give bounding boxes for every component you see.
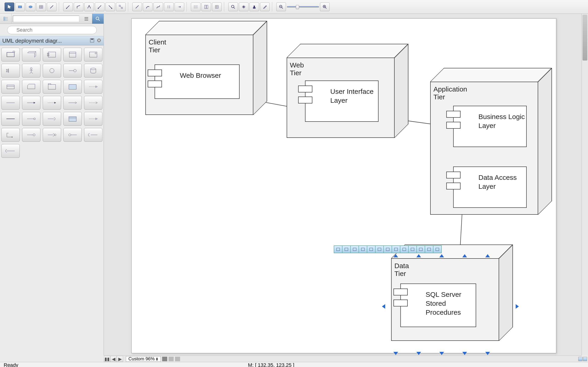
palette-shape-9[interactable] (84, 64, 103, 77)
palette-shape-25[interactable] (1, 128, 20, 142)
selection-handle[interactable] (516, 304, 519, 309)
connector-tool-1[interactable] (63, 2, 73, 11)
vertical-scrollbar[interactable] (582, 14, 588, 356)
palette-shape-8[interactable] (63, 64, 82, 77)
selection-handle[interactable] (393, 254, 398, 257)
connector-tool-4[interactable] (95, 2, 104, 11)
palette-shape-7[interactable] (43, 64, 61, 77)
zoom-slider[interactable] (287, 6, 319, 8)
palette-shape-18[interactable] (63, 96, 82, 110)
connector-tool-3[interactable] (84, 2, 94, 11)
line-style-2[interactable] (143, 2, 153, 11)
selection-handle[interactable] (416, 254, 421, 257)
search-input[interactable] (7, 26, 97, 34)
palette-shape-1[interactable] (22, 48, 40, 61)
component[interactable] (155, 65, 240, 99)
selection-tool-4[interactable] (367, 246, 375, 253)
palette-shape-16[interactable] (22, 96, 40, 110)
pointer-tool[interactable] (5, 2, 14, 11)
canvas-area[interactable]: Client TierWeb BrowserWeb TierUser Inter… (104, 14, 582, 356)
palette-shape-10[interactable] (1, 80, 20, 94)
palette-shape-22[interactable] (43, 112, 61, 126)
selection-tool-6[interactable] (384, 246, 392, 253)
list-view-icon[interactable] (81, 14, 92, 24)
selection-handle[interactable] (393, 352, 398, 355)
selection-tool-11[interactable] (425, 246, 433, 253)
search-view-icon[interactable] (92, 14, 104, 24)
palette-shape-17[interactable] (43, 96, 61, 110)
zoom-out-button[interactable] (276, 2, 286, 11)
selection-handle[interactable] (462, 352, 467, 355)
connector-tool-5[interactable] (105, 2, 115, 11)
align-tool-1[interactable] (191, 2, 200, 11)
line-tool[interactable] (47, 2, 57, 11)
palette-shape-30[interactable] (1, 144, 20, 158)
palette-shape-26[interactable] (22, 128, 40, 142)
selection-handle[interactable] (382, 304, 385, 309)
selection-tool-2[interactable] (351, 246, 359, 253)
palette-shape-14[interactable] (84, 80, 103, 94)
library-view-icon[interactable] (0, 14, 11, 24)
align-tool-2[interactable] (201, 2, 211, 11)
stamp-tool[interactable] (250, 2, 259, 11)
hs-pause-icon[interactable]: ▮▮ (104, 356, 110, 362)
palette-shape-15[interactable] (1, 96, 20, 110)
palette-shape-4[interactable] (84, 48, 103, 61)
selection-tool-9[interactable] (408, 246, 417, 253)
hs-prev-icon[interactable]: ◀ (110, 356, 117, 362)
canvas-page[interactable]: Client TierWeb BrowserWeb TierUser Inter… (131, 18, 556, 353)
palette-shape-23[interactable] (63, 112, 82, 126)
selection-handle[interactable] (485, 254, 490, 257)
sidebar-filter-input[interactable] (13, 16, 79, 22)
selection-handle[interactable] (439, 352, 444, 355)
selection-handle[interactable] (439, 254, 444, 257)
selection-tool-5[interactable] (375, 246, 384, 253)
selection-tool-10[interactable] (417, 246, 425, 253)
ellipse-tool[interactable] (26, 2, 35, 11)
section-title-row[interactable]: UML deployment diagr... (0, 36, 104, 45)
palette-shape-5[interactable] (1, 64, 20, 77)
corner-icon-2[interactable] (583, 357, 587, 361)
palette-shape-19[interactable] (84, 96, 103, 110)
zoom-stepper-icon[interactable]: ▲▼ (156, 357, 158, 361)
zoom-display[interactable]: Custom 96% ▲▼ (126, 356, 161, 362)
selection-handle[interactable] (462, 254, 467, 257)
palette-shape-2[interactable] (43, 48, 61, 61)
palette-shape-11[interactable] (22, 80, 40, 94)
line-style-4[interactable] (164, 2, 174, 11)
zoom-in-button[interactable] (320, 2, 330, 11)
selection-handle[interactable] (485, 352, 490, 355)
connector-tool-2[interactable] (74, 2, 83, 11)
page-thumb-1[interactable] (162, 357, 167, 361)
vertical-scrollbar-thumb[interactable] (582, 15, 587, 60)
selection-tool-3[interactable] (359, 246, 367, 253)
zoom-slider-thumb[interactable] (296, 5, 299, 9)
section-save-icon[interactable] (90, 38, 95, 44)
palette-shape-21[interactable] (22, 112, 40, 126)
page-thumb-2[interactable] (169, 357, 174, 361)
rect-tool[interactable] (15, 2, 25, 11)
selection-tool-12[interactable] (433, 246, 441, 253)
palette-shape-24[interactable] (84, 112, 103, 126)
palette-shape-20[interactable] (1, 112, 20, 126)
table-tool[interactable] (36, 2, 46, 11)
line-style-1[interactable] (132, 2, 142, 11)
palette-shape-0[interactable] (1, 48, 20, 61)
palette-shape-28[interactable] (63, 128, 82, 142)
selection-tool-0[interactable] (334, 246, 342, 253)
eyedropper-tool[interactable] (260, 2, 270, 11)
connector-tool-6[interactable] (116, 2, 126, 11)
palette-shape-13[interactable] (63, 80, 82, 94)
zoom-tool[interactable] (228, 2, 238, 11)
selection-tool-7[interactable] (392, 246, 400, 253)
corner-icon-1[interactable] (578, 357, 582, 361)
selection-handle[interactable] (416, 352, 421, 355)
align-tool-3[interactable] (212, 2, 222, 11)
palette-shape-6[interactable] (22, 64, 40, 77)
selection-tool-8[interactable] (400, 246, 408, 253)
selection-tool-1[interactable] (342, 246, 351, 253)
palette-shape-27[interactable] (43, 128, 61, 142)
line-style-5[interactable] (174, 2, 184, 11)
section-close-icon[interactable] (97, 38, 101, 44)
pan-tool[interactable] (239, 2, 249, 11)
